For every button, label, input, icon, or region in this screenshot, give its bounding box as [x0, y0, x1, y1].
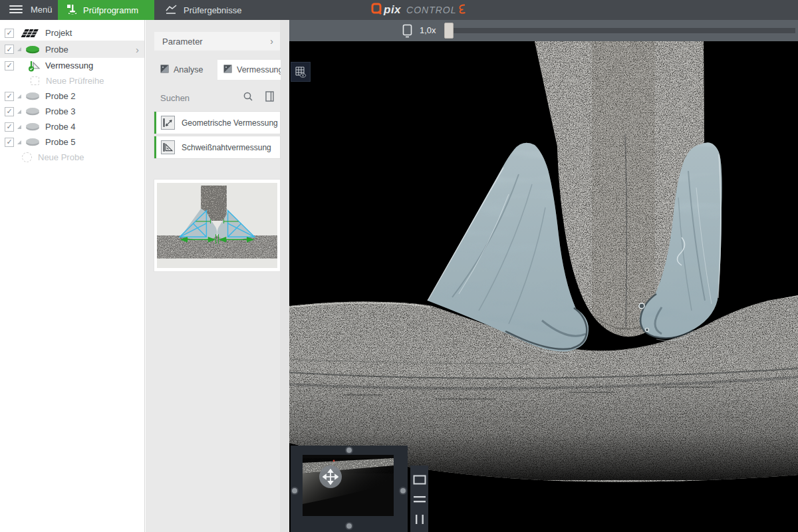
menu-button[interactable]: Menü [31, 5, 53, 15]
tool-geometrische-vermessung[interactable]: Geometrische Vermessung [154, 112, 280, 134]
logo-pix-text: pix [384, 3, 401, 17]
weld-measurement-thumbnail[interactable] [154, 180, 280, 271]
analysis-tabs: Analyse Vermessung [154, 60, 281, 80]
navigator-handle-top[interactable] [346, 448, 352, 453]
expander-icon[interactable] [17, 110, 21, 114]
navigator-mode-strip [410, 466, 428, 532]
catalog-icon[interactable] [265, 91, 275, 104]
tree-item-probe-2[interactable]: ✓ Probe 2 [0, 88, 144, 104]
tab-vermessung[interactable]: Vermessung [217, 60, 281, 80]
project-icon [19, 28, 39, 39]
qpix-control-window: Menü Prüfprogramm Prüfergebnisse pix CON… [0, 0, 798, 532]
checkbox-vermessung[interactable]: ✓ [5, 61, 14, 70]
weld-seam-measurement-icon [161, 140, 175, 154]
checkbox-probe-5[interactable]: ✓ [5, 138, 14, 147]
tree-item-neue-probe[interactable]: Neue Probe [0, 150, 144, 165]
checkbox-projekt[interactable]: ✓ [5, 29, 14, 38]
chevron-right-icon[interactable]: › [136, 44, 139, 55]
sample-icon-gray [25, 107, 40, 116]
tree-item-label: Probe 3 [45, 106, 76, 116]
checkbox-probe-3[interactable]: ✓ [5, 107, 14, 116]
expander-icon[interactable] [17, 140, 21, 144]
measurement-icon [28, 60, 41, 72]
thumbnail-image [157, 183, 277, 268]
navigator-handle-bottom[interactable] [346, 523, 352, 529]
new-test-series-icon [31, 76, 39, 85]
fit-to-screen-icon[interactable] [402, 24, 413, 41]
logo-control-text: CONTROL [406, 5, 456, 15]
sample-icon-gray [25, 92, 40, 100]
sample-icon-gray [25, 138, 40, 146]
zoom-level-label: 1,0x [420, 25, 436, 35]
results-chart-icon [165, 4, 178, 17]
navigator-handle-left[interactable] [292, 488, 297, 493]
tree-item-probe-4[interactable]: ✓ Probe 4 [0, 119, 144, 134]
navigator-handle-right[interactable] [400, 488, 406, 493]
chevron-right-icon: › [270, 36, 273, 47]
test-program-icon [66, 3, 78, 17]
navigator-panel [291, 446, 408, 532]
pan-move-button[interactable] [319, 466, 342, 488]
measurement-tool-list: Geometrische Vermessung Schweißnahtverme… [154, 112, 280, 161]
logo-mark-icon [458, 4, 466, 17]
move-arrows-icon [323, 469, 338, 485]
tree-item-label: Projekt [45, 28, 72, 38]
tab-pruefprogramm-label: Prüfprogramm [83, 5, 138, 15]
parameter-label: Parameter [162, 37, 203, 47]
tree-item-probe-5[interactable]: ✓ Probe 5 [0, 134, 144, 150]
tool-label: Schweißnahtvermessung [182, 143, 271, 152]
tool-schweissnahtvermessung[interactable]: Schweißnahtvermessung [154, 136, 280, 158]
checkbox-probe-2[interactable]: ✓ [5, 92, 14, 101]
grid-eye-icon [294, 65, 307, 78]
tree-item-label: Probe 2 [45, 91, 76, 101]
tab-pruefergebnisse-label: Prüfergebnisse [184, 5, 241, 15]
project-tree-panel: ✓ Projekt ✓ Probe › ✓ Vermessung Neue Pr… [0, 20, 145, 532]
tree-item-label: Neue Probe [38, 152, 84, 162]
tab-pruefprogramm[interactable]: Prüfprogramm [58, 0, 154, 20]
hamburger-menu-icon[interactable] [9, 5, 23, 15]
tab-vermessung-label: Vermessung [237, 65, 281, 74]
panel-scrollbar[interactable] [280, 20, 289, 532]
analyse-tab-icon [160, 65, 169, 75]
tree-item-label: Probe 5 [45, 137, 76, 147]
tool-label: Geometrische Vermessung [182, 118, 278, 128]
navigator-preview[interactable] [303, 455, 394, 516]
qpix-control-logo: pix CONTROL [371, 3, 466, 17]
zoom-slider-track[interactable] [444, 28, 795, 33]
geometric-measurement-icon [161, 116, 175, 130]
grid-overlay-button[interactable] [291, 62, 311, 82]
expander-icon[interactable] [17, 47, 21, 51]
search-icon[interactable] [243, 91, 253, 104]
bars-mode-icon[interactable] [414, 514, 425, 525]
tab-pruefergebnisse[interactable]: Prüfergebnisse [154, 0, 281, 20]
checkbox-probe-4[interactable]: ✓ [5, 122, 14, 132]
viewer-toolbar: 1,0x [289, 20, 798, 41]
tree-item-probe[interactable]: ✓ Probe › [0, 41, 144, 58]
frame-mode-icon[interactable] [413, 475, 426, 485]
image-viewer: 1,0x [289, 20, 798, 532]
tree-item-label: Probe 4 [45, 122, 76, 132]
expander-icon[interactable] [17, 125, 21, 129]
tree-item-label: Probe [45, 45, 68, 55]
checkbox-probe[interactable]: ✓ [5, 45, 14, 54]
parameter-header[interactable]: Parameter › [154, 32, 280, 51]
new-sample-icon [22, 152, 32, 162]
tab-analyse[interactable]: Analyse [154, 60, 217, 80]
tree-item-neue-pruefreihe[interactable]: Neue Prüfreihe [0, 73, 144, 88]
zoom-slider-handle[interactable] [444, 23, 454, 39]
tab-analyse-label: Analyse [174, 65, 203, 74]
tree-item-projekt[interactable]: ✓ Projekt [0, 25, 144, 41]
search-placeholder: Suchen [160, 93, 243, 103]
tree-item-vermessung[interactable]: ✓ Vermessung [0, 58, 144, 73]
sample-icon-gray [25, 122, 40, 131]
search-field[interactable]: Suchen [154, 88, 280, 108]
tree-item-label: Vermessung [45, 61, 93, 70]
top-bar: Menü Prüfprogramm Prüfergebnisse pix CON… [0, 0, 798, 20]
parameter-panel: Parameter › Analyse Vermessung Suchen [146, 20, 289, 532]
lines-mode-icon[interactable] [413, 495, 426, 503]
sample-icon-green [25, 45, 40, 54]
logo-q-icon [371, 3, 382, 18]
expander-icon[interactable] [17, 94, 21, 98]
vermessung-tab-icon [223, 65, 232, 75]
tree-item-probe-3[interactable]: ✓ Probe 3 [0, 104, 144, 119]
